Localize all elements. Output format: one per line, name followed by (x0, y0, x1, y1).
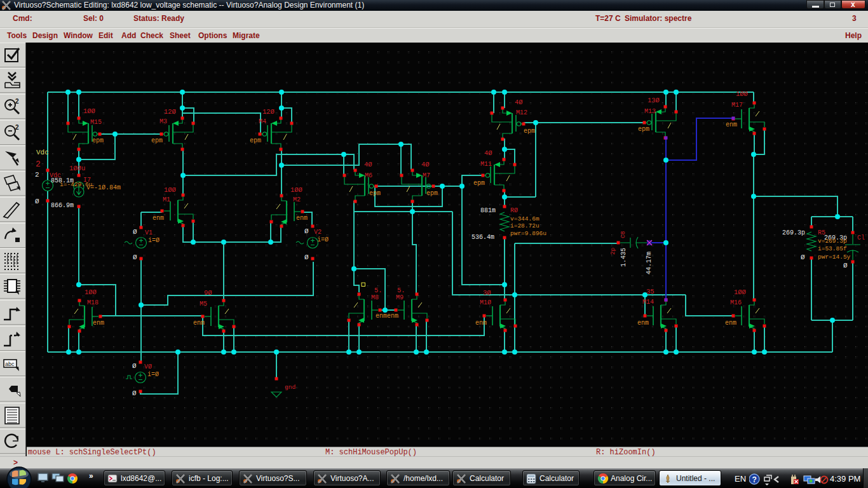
svg-text:Ø: Ø (133, 228, 137, 236)
svg-text:M15: M15 (90, 119, 102, 126)
svg-text:i=53.85f: i=53.85f (818, 245, 847, 252)
svg-text:Ø: Ø (132, 362, 137, 370)
svg-text:12Ø: 12Ø (164, 108, 176, 116)
svg-text:5.: 5. (374, 287, 383, 294)
svg-text:epm: epm (92, 137, 104, 144)
svg-text:i=Ø: i=Ø (148, 237, 159, 244)
svg-text:epm: epm (369, 190, 381, 197)
svg-text:9Ø: 9Ø (204, 289, 212, 297)
svg-text:pwr=9.896u: pwr=9.896u (510, 230, 546, 237)
svg-text:?: ? (752, 475, 757, 484)
svg-text:35: 35 (646, 288, 654, 295)
svg-text:M1Ø: M1Ø (480, 299, 491, 306)
svg-text:epm: epm (473, 180, 485, 187)
svg-text:RØ: RØ (510, 207, 518, 214)
svg-text:5.: 5. (397, 287, 405, 294)
svg-text:2: 2 (36, 159, 41, 169)
svg-text:epm: epm (250, 137, 261, 144)
svg-text:enm: enm (475, 320, 487, 327)
svg-text:M3: M3 (159, 118, 167, 125)
svg-text:V2: V2 (314, 229, 322, 236)
svg-text:VØ: VØ (144, 363, 152, 370)
svg-text:M17: M17 (731, 102, 743, 109)
svg-text:1ØØ: 1ØØ (164, 186, 176, 194)
svg-text:Ø: Ø (35, 198, 39, 205)
svg-text:epm: epm (426, 190, 438, 197)
svg-text:Ø: Ø (843, 262, 848, 269)
svg-text:Vdc: Vdc (36, 149, 49, 156)
svg-text:M7: M7 (423, 172, 430, 179)
svg-text:Ø: Ø (801, 254, 805, 261)
svg-text:abc: abc (5, 361, 15, 367)
svg-text:v=-1Ø.84m: v=-1Ø.84m (86, 184, 121, 191)
svg-text:1ØØ: 1ØØ (290, 186, 302, 194)
svg-text:enm: enm (725, 320, 736, 327)
svg-text:enm: enm (153, 215, 164, 222)
svg-text:M2: M2 (293, 196, 301, 203)
svg-text:M12: M12 (516, 109, 527, 116)
svg-text:i=Ø: i=Ø (147, 371, 159, 378)
svg-text:2: 2 (15, 124, 19, 131)
svg-text:v=344.6m: v=344.6m (510, 215, 539, 222)
svg-text:3Ø: 3Ø (483, 289, 491, 297)
svg-text:1ØØ: 1ØØ (85, 288, 97, 296)
svg-text:Cl: Cl (857, 234, 865, 241)
svg-text:2: 2 (15, 98, 19, 105)
svg-text:epm: epm (638, 126, 649, 133)
svg-text:i=28.72u: i=28.72u (510, 222, 539, 229)
svg-text:4Ø: 4Ø (421, 161, 430, 168)
svg-text:M4: M4 (259, 118, 266, 125)
svg-text:enm: enm (296, 215, 308, 222)
svg-text:M9: M9 (396, 294, 403, 301)
svg-text:M18: M18 (87, 299, 98, 306)
svg-text:enm: enm (726, 121, 737, 128)
svg-text:4Ø: 4Ø (484, 149, 492, 157)
svg-text:enmenm: enmenm (376, 313, 398, 320)
svg-text:881m: 881m (480, 207, 496, 214)
svg-text:1ØØ: 1ØØ (83, 107, 95, 115)
svg-text:V1: V1 (145, 229, 153, 236)
svg-text:1.435: 1.435 (620, 248, 627, 267)
svg-text:C8: C8 (620, 231, 627, 238)
svg-text:M8: M8 (371, 294, 379, 301)
svg-text:v=269.3p: v=269.3p (818, 238, 847, 245)
svg-text:epm: epm (524, 128, 535, 135)
svg-text:2p: 2p (609, 247, 616, 255)
svg-text:536.4m: 536.4m (471, 234, 494, 241)
svg-text:1ØØu: 1ØØu (69, 165, 85, 172)
svg-text:Ø: Ø (132, 390, 137, 397)
svg-text:4Ø: 4Ø (364, 161, 372, 168)
svg-text:M5: M5 (200, 301, 207, 308)
svg-text:enm: enm (637, 320, 649, 327)
svg-text:Ø: Ø (304, 254, 309, 261)
svg-text:866.9m: 866.9m (51, 202, 74, 209)
svg-text:M16: M16 (730, 299, 742, 306)
svg-text:Ø: Ø (304, 227, 309, 235)
svg-text:Ø: Ø (133, 254, 137, 261)
svg-text:epm: epm (151, 137, 163, 144)
svg-text:i=Ø: i=Ø (317, 236, 329, 243)
svg-text:M11: M11 (480, 161, 492, 168)
svg-text:4Ø: 4Ø (515, 98, 523, 106)
svg-text:enm: enm (93, 320, 104, 327)
svg-text:12Ø: 12Ø (262, 108, 275, 116)
svg-text:I7: I7 (83, 177, 91, 184)
svg-text:M6: M6 (365, 172, 372, 179)
svg-text:269.3p: 269.3p (782, 229, 805, 236)
svg-text:13Ø: 13Ø (648, 97, 660, 104)
svg-text:enm: enm (193, 320, 205, 327)
svg-text:1ØØ: 1ØØ (734, 288, 746, 296)
svg-text:M14: M14 (642, 299, 654, 306)
svg-text:M13: M13 (644, 108, 656, 115)
svg-text:pwr=14.5y: pwr=14.5y (818, 254, 851, 261)
svg-text:gnd: gnd (285, 384, 295, 391)
svg-text:1ØØ: 1ØØ (736, 90, 748, 98)
svg-text:2: 2 (35, 171, 39, 179)
svg-text:44.17m: 44.17m (646, 252, 653, 274)
svg-text:M1: M1 (163, 196, 170, 203)
